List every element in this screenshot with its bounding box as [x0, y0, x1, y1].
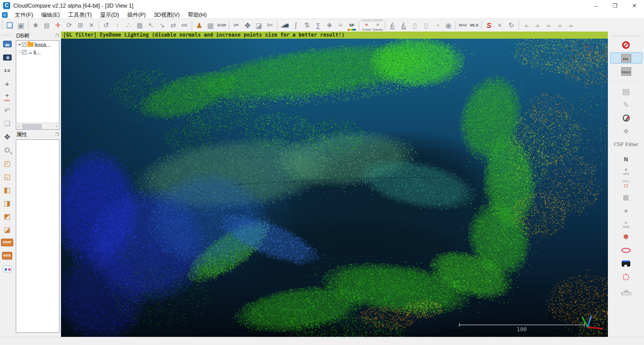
iso-back-box-icon[interactable]: BACK — [1, 250, 13, 262]
cloud-cloud-distance-icon[interactable]: CC — [179, 19, 190, 32]
tree-item[interactable]: ▼ ✓ liosa... — [16, 41, 59, 48]
normals-nc-icon[interactable]: N+C — [457, 19, 469, 32]
sf-statistics-icon[interactable]: ∑ — [313, 19, 324, 32]
terrain-plugin-icon-1[interactable]: ◢◣ — [520, 19, 532, 32]
menu-item[interactable]: 工具类(T) — [64, 11, 96, 18]
red-ellipse-icon[interactable] — [610, 245, 642, 256]
terrain-plugin-icon-5[interactable]: ◢◣ — [565, 19, 576, 32]
perspective-cube-icon[interactable]: ❑ — [1, 118, 13, 129]
register-align-icon[interactable]: ↘ — [157, 19, 168, 32]
view-top-icon[interactable]: ◰ — [1, 157, 13, 169]
clone-icon[interactable]: ⟳ — [64, 19, 75, 32]
circle-dots-icon[interactable] — [610, 271, 642, 282]
curve-fit-icon[interactable]: ∫ — [290, 19, 301, 32]
clean-broom-icon[interactable]: ✎ — [610, 99, 642, 110]
delete-icon[interactable]: ✕ — [86, 19, 97, 32]
spline-red-icon[interactable]: S — [483, 19, 495, 32]
sor-filter-icon[interactable]: SOR — [216, 19, 227, 32]
terrain-plugin-icon-2[interactable]: ◢◣ — [532, 19, 543, 32]
hpr-plugin-icon[interactable]: ● HPR — [610, 165, 642, 177]
view-front-icon[interactable]: ◩ — [1, 210, 13, 222]
view-right-icon[interactable]: ◨ — [1, 197, 13, 209]
minimize-button[interactable]: – — [586, 0, 605, 11]
subsample-icon[interactable]: ∴ — [123, 19, 134, 32]
pie-facets-icon[interactable]: ◔ — [432, 19, 443, 32]
menu-item[interactable]: 插件(P) — [123, 11, 150, 18]
canupo-classify-icon[interactable]: CANUPO ✳ Classify — [372, 19, 383, 32]
zoom-magnifier-icon[interactable] — [1, 144, 13, 156]
histogram-icon[interactable]: ▂▅▇ — [279, 19, 290, 32]
global-shift-icon[interactable]: ✱ — [30, 19, 41, 32]
page-rotate-icon[interactable]: ↻ — [506, 19, 517, 32]
scroll-thumb[interactable] — [22, 124, 42, 129]
merge-icon[interactable]: ⊞ — [75, 19, 86, 32]
edl-filter-button[interactable]: EDL — [610, 52, 642, 64]
scroll-left-arrow[interactable]: ‹ — [16, 124, 21, 129]
gl-viewport[interactable]: [GL filter] EyeDome Lighting (disable no… — [61, 32, 608, 337]
scroll-right-arrow[interactable]: › — [54, 124, 59, 129]
point-cloud-render[interactable] — [61, 32, 608, 337]
sf-color-scale-icon[interactable]: SF — [346, 19, 357, 32]
cork-gear-icon[interactable]: ✽ — [610, 232, 642, 243]
auto-pick-center-icon[interactable]: + auto — [1, 91, 13, 103]
rdb-plugin-icon[interactable]: ● RDB — [610, 218, 642, 229]
normals-arrow-icon[interactable]: → N — [610, 152, 642, 163]
shield-plugin-icon[interactable]: ❖ — [610, 126, 642, 137]
rasterize-icon[interactable]: ♟ — [194, 19, 205, 32]
ssao-filter-button[interactable]: SSAO — [610, 66, 642, 77]
vr-headset-icon[interactable] — [610, 258, 642, 269]
save-icon[interactable]: ▣ — [15, 19, 26, 32]
pcv-cloud-ruler-icon[interactable]: ☁ — [610, 284, 642, 296]
document-icon[interactable]: C — [2, 12, 8, 18]
pan-mode-icon[interactable]: ✥ — [1, 131, 13, 142]
float-dock-icon[interactable]: ❐ — [55, 132, 59, 137]
spline-dots-icon[interactable]: S. — [495, 19, 506, 32]
m3c2-plugin-icon[interactable]: M3C2 ∷ — [610, 179, 642, 190]
fm-icon[interactable]: ◭ FM — [398, 19, 409, 32]
terrain-plugin-icon-4[interactable]: ◢◣ — [554, 19, 565, 32]
zoom-1-1-icon[interactable]: 1:1 — [1, 65, 13, 76]
stereo-mode-icon[interactable] — [1, 263, 13, 275]
open-file-icon[interactable]: ❏ — [4, 19, 15, 32]
file-export-icon-2[interactable]: ▯ — [420, 19, 432, 32]
cross-section-icon[interactable]: ◪ — [253, 19, 264, 32]
rotate-view-arrow-icon[interactable]: ↶ — [1, 104, 13, 116]
file-export-icon-1[interactable]: ▯ — [409, 19, 420, 32]
kd-tree-icon[interactable]: ◭ Kd — [387, 19, 398, 32]
apply-transformation-icon[interactable]: ▤ — [41, 19, 52, 32]
screenshot-camera-icon[interactable] — [1, 51, 13, 63]
menu-item[interactable]: 文件(F) — [11, 11, 37, 18]
menu-item[interactable]: 3D视图(V) — [150, 11, 184, 18]
restore-button[interactable]: ❐ — [605, 0, 625, 11]
close-button[interactable]: ✕ — [625, 0, 644, 11]
fine-registration-icon[interactable]: ⇄ — [168, 19, 179, 32]
view-back-icon[interactable]: ◪ — [1, 223, 13, 235]
view-left-icon[interactable]: ◧ — [1, 184, 13, 195]
pick-several-points-icon[interactable]: ✄ — [264, 19, 275, 32]
menu-item[interactable]: 显示(D) — [96, 11, 123, 18]
expander-icon[interactable]: ▼ — [18, 43, 22, 46]
visibility-checkbox[interactable]: ✓ — [22, 42, 26, 47]
compass-plugin-icon[interactable] — [610, 112, 642, 124]
convert-to-sf-icon[interactable]: ⇅ — [301, 19, 313, 32]
refresh-display-icon[interactable] — [1, 38, 13, 50]
menu-item[interactable]: 帮助(H) — [183, 11, 210, 18]
noise-filter-icon[interactable]: ▩ — [134, 19, 145, 32]
add-sf-icon[interactable]: ✚ — [324, 19, 335, 32]
ransac-plugin-icon[interactable]: ▩ — [610, 192, 642, 203]
trace-polyline-icon[interactable]: ↺ — [101, 19, 112, 32]
segment-scissors-icon[interactable]: ✂ — [231, 19, 242, 32]
animation-plugin-icon[interactable]: ▤ — [610, 86, 642, 97]
csf-filter-label[interactable]: CSF Filter — [610, 139, 642, 150]
menu-item[interactable]: 编辑(E) — [37, 11, 64, 18]
visibility-checkbox[interactable]: ✓ — [22, 50, 26, 54]
wire-sphere-icon[interactable]: ◉ — [443, 19, 454, 32]
iso-front-box-icon[interactable]: FRONT — [1, 237, 13, 248]
float-dock-icon[interactable]: ❐ — [55, 34, 59, 38]
set-pivot-center-icon[interactable]: + — [1, 78, 13, 90]
resample-checker-icon[interactable]: ▦ — [205, 19, 216, 32]
canupo-create-icon[interactable]: CANUPO ✳ Create — [361, 19, 372, 32]
point-picking-icon[interactable]: ✛ — [52, 19, 64, 32]
mesh-sphere-icon[interactable]: ● — [610, 205, 642, 216]
tree-item[interactable]: └ ✓ ☁ li... — [16, 48, 59, 56]
